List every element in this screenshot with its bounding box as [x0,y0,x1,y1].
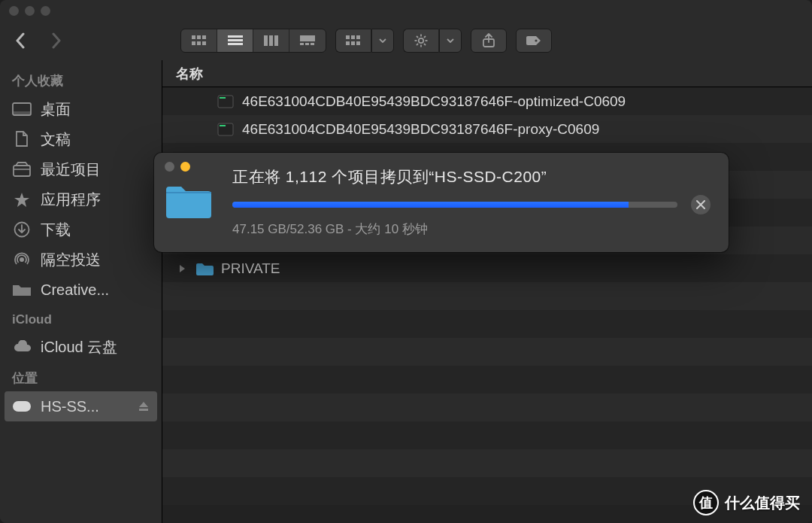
svg-point-38 [20,257,24,262]
folder-icon [165,182,213,221]
sidebar-section-favorites: 个人收藏 [0,65,162,94]
sidebar-item-label: HS-SS... [41,398,99,415]
svg-rect-0 [192,35,195,39]
sidebar-item-documents[interactable]: 文稿 [0,124,162,154]
gallery-view-button[interactable] [289,29,326,52]
svg-rect-15 [311,43,314,45]
sidebar-section-locations: 位置 [0,362,162,391]
sidebar-item-drive[interactable]: HS-SS... [5,391,157,421]
finder-window: 个人收藏 桌面 文稿 最近项目 应用程序 下载 [0,0,812,523]
sidebar-item-label: 桌面 [41,99,71,120]
svg-rect-13 [300,43,304,45]
svg-rect-4 [197,41,201,45]
recents-icon [12,162,32,177]
sidebar-item-downloads[interactable]: 下载 [0,214,162,245]
svg-rect-35 [14,166,30,176]
sidebar-item-airdrop[interactable]: 隔空投送 [0,245,162,275]
group-by-button[interactable] [335,29,394,53]
file-name: 46E631004CDB40E95439BDC93187646F-proxy-C… [242,121,599,138]
document-icon [12,132,32,147]
svg-rect-16 [346,35,350,39]
close-icon[interactable] [9,6,19,16]
sidebar-item-label: iCloud 云盘 [41,337,117,357]
sidebar: 个人收藏 桌面 文稿 最近项目 应用程序 下载 [0,60,162,523]
share-button[interactable] [471,29,507,53]
folder-icon [12,282,32,297]
svg-rect-18 [356,35,360,39]
svg-rect-20 [351,41,355,45]
eject-icon[interactable] [138,400,150,412]
drive-icon [12,399,32,414]
table-row[interactable]: 46E631004CDB40E95439BDC93187646F-optimiz… [162,87,812,115]
svg-line-27 [417,36,418,38]
list-view-button[interactable] [217,29,253,52]
table-row [162,282,812,310]
sidebar-item-desktop[interactable]: 桌面 [0,94,162,124]
chevron-down-icon[interactable] [439,29,462,53]
chevron-down-icon[interactable] [371,29,394,53]
sidebar-item-icloud-drive[interactable]: iCloud 云盘 [0,332,162,362]
view-mode-group [180,29,326,53]
sidebar-item-label: 下载 [41,220,71,240]
exec-file-icon [217,94,235,109]
downloads-icon [12,222,32,237]
sidebar-item-creative[interactable]: Creative... [0,275,162,305]
svg-rect-5 [202,41,206,45]
svg-rect-17 [351,35,355,39]
back-button[interactable] [11,31,30,50]
titlebar [0,0,812,21]
svg-rect-19 [346,41,350,45]
sidebar-item-label: Creative... [41,281,109,299]
svg-rect-2 [202,35,206,39]
airdrop-icon [12,252,32,267]
applications-icon [12,192,32,207]
gear-icon [403,29,439,53]
exec-file-icon [217,122,235,137]
copy-progress-dialog: 正在将 1,112 个项目拷贝到“HS-SSD-C200” 47.15 GB/5… [154,153,729,252]
icon-view-button[interactable] [181,29,217,52]
svg-rect-21 [356,41,360,45]
table-row [162,421,812,449]
svg-rect-9 [264,35,268,46]
svg-line-30 [424,36,426,38]
sidebar-item-label: 隔空投送 [41,250,101,270]
zoom-icon[interactable] [41,6,50,16]
minimize-icon[interactable] [25,6,35,16]
watermark-text: 什么值得买 [725,493,800,513]
svg-rect-7 [228,39,243,41]
svg-rect-44 [220,125,226,126]
copy-status: 47.15 GB/52.36 GB - 大约 10 秒钟 [232,220,710,238]
table-row [162,338,812,366]
table-row[interactable]: PRIVATE [162,254,812,282]
svg-point-22 [419,38,423,43]
dialog-close-icon[interactable] [165,162,174,172]
table-row [162,310,812,338]
column-view-button[interactable] [253,29,289,52]
cancel-button[interactable] [691,195,710,214]
action-menu-button[interactable] [403,29,462,53]
svg-rect-40 [139,409,148,411]
sidebar-item-applications[interactable]: 应用程序 [0,184,162,214]
sidebar-item-label: 文稿 [41,129,71,150]
disclosure-triangle-icon[interactable] [176,264,188,273]
svg-rect-12 [300,35,315,41]
forward-button[interactable] [47,31,66,50]
table-row [162,366,812,394]
dialog-minimize-icon[interactable] [180,162,190,172]
svg-rect-42 [220,97,226,99]
tags-button[interactable] [516,29,552,53]
watermark: 值 什么值得买 [693,490,800,515]
desktop-icon [12,102,32,117]
svg-rect-3 [192,41,195,45]
svg-rect-10 [269,35,273,46]
svg-line-29 [417,44,418,45]
svg-rect-14 [305,43,309,45]
cloud-icon [12,339,32,354]
column-header-name[interactable]: 名称 [162,60,812,87]
table-row [162,394,812,421]
svg-line-28 [424,44,426,45]
toolbar [0,21,812,60]
sidebar-item-label: 应用程序 [41,190,101,210]
table-row[interactable]: 46E631004CDB40E95439BDC93187646F-proxy-C… [162,115,812,143]
sidebar-item-recents[interactable]: 最近项目 [0,154,162,184]
